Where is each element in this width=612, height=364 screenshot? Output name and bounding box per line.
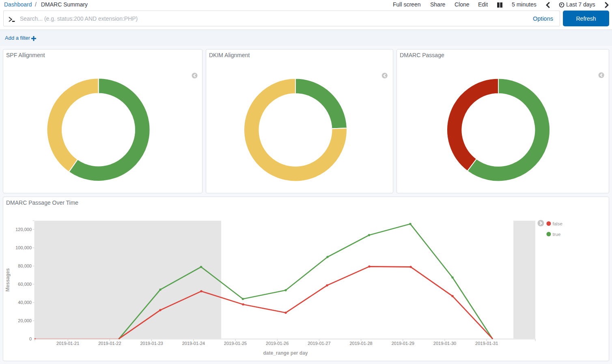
svg-text:2019-01-22: 2019-01-22	[98, 341, 121, 346]
svg-text:100,000: 100,000	[15, 245, 32, 250]
svg-text:2019-01-21: 2019-01-21	[56, 341, 79, 346]
svg-text:2019-01-28: 2019-01-28	[349, 341, 372, 346]
svg-text:true: true	[553, 232, 561, 237]
svg-text:80,000: 80,000	[18, 263, 32, 268]
svg-text:2019-01-25: 2019-01-25	[224, 341, 247, 346]
svg-text:2019-01-30: 2019-01-30	[433, 341, 456, 346]
svg-text:2019-01-31: 2019-01-31	[475, 341, 498, 346]
svg-text:2019-01-27: 2019-01-27	[308, 341, 330, 346]
svg-text:40,000: 40,000	[18, 300, 32, 305]
svg-text:date_range per day: date_range per day	[263, 350, 308, 356]
svg-text:2019-01-26: 2019-01-26	[266, 341, 289, 346]
svg-text:20,000: 20,000	[18, 318, 32, 323]
svg-text:0: 0	[29, 336, 32, 341]
svg-text:2019-01-24: 2019-01-24	[182, 341, 205, 346]
svg-text:60,000: 60,000	[18, 282, 32, 287]
svg-text:120,000: 120,000	[15, 227, 32, 232]
svg-text:2019-01-23: 2019-01-23	[140, 341, 163, 346]
svg-text:false: false	[553, 221, 562, 226]
svg-text:Messages: Messages	[5, 268, 11, 291]
svg-text:2019-01-29: 2019-01-29	[392, 341, 414, 346]
